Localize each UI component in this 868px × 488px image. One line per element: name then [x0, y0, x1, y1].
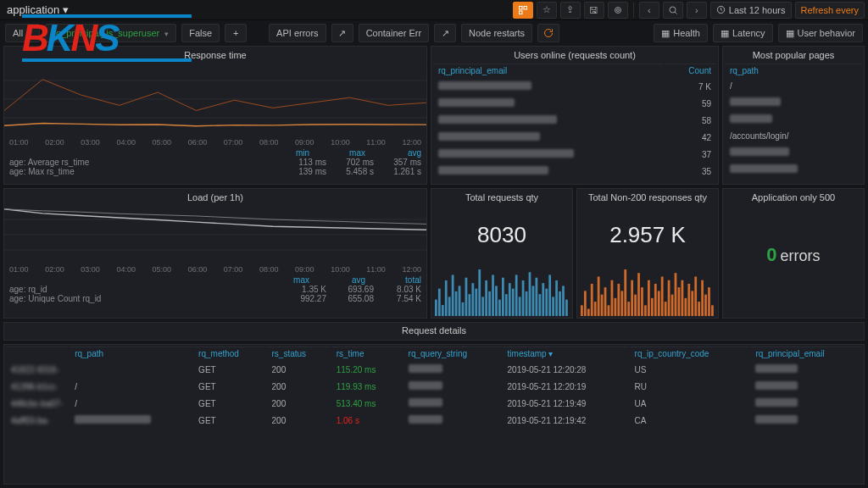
table-row[interactable]: 7 K: [433, 79, 716, 94]
svg-rect-64: [620, 291, 623, 316]
table-row[interactable]: 35: [433, 164, 716, 179]
table-row[interactable]: 41396-b1cc- / GET 200 119.93 ms 2019-05-…: [6, 379, 862, 394]
svg-rect-90: [708, 287, 710, 316]
panel-title: Total Non-200 responses qty: [577, 189, 718, 204]
detail-col[interactable]: rq_method: [193, 347, 264, 360]
refresh-picker[interactable]: Refresh every: [795, 2, 865, 19]
col-count[interactable]: Count: [665, 64, 716, 77]
table-row[interactable]: [725, 162, 862, 177]
zoom-back-button[interactable]: ‹: [639, 2, 659, 19]
panel-title: Load (per 1h): [4, 189, 426, 204]
svg-rect-17: [452, 274, 454, 316]
link-node-restarts[interactable]: Node restarts: [461, 24, 532, 42]
svg-rect-46: [548, 274, 551, 316]
table-row[interactable]: 4aff03-ba- GET 200 1.06 s 2019-05-21 12:…: [6, 413, 862, 428]
svg-rect-53: [584, 291, 587, 316]
table-row[interactable]: /: [725, 79, 862, 93]
svg-rect-55: [591, 284, 593, 316]
svg-rect-66: [627, 302, 630, 316]
detail-col[interactable]: rq_principal_email: [750, 347, 862, 360]
link-node-restarts-icon[interactable]: [537, 24, 559, 42]
svg-rect-86: [694, 276, 697, 316]
svg-rect-20: [462, 302, 465, 316]
svg-rect-33: [505, 294, 508, 316]
svg-rect-36: [515, 274, 518, 316]
table-row[interactable]: 58: [433, 113, 716, 128]
legend-row: age: rq_id1.35 K693.698.03 K: [9, 285, 421, 294]
tab-health[interactable]: ▦ Health: [654, 24, 708, 42]
svg-rect-47: [552, 297, 554, 316]
errors-value: 0errors: [766, 244, 820, 266]
share-button[interactable]: ⇪: [560, 2, 581, 19]
detail-col[interactable]: timestamp ▾: [503, 347, 628, 360]
svg-rect-12: [435, 300, 437, 316]
legend-header: minmaxavg: [9, 148, 421, 158]
zoom-fwd-button[interactable]: ›: [687, 2, 707, 19]
tab-latency[interactable]: ▦ Latency: [713, 24, 773, 42]
svg-rect-73: [651, 298, 654, 316]
svg-rect-50: [562, 286, 565, 316]
panel-non200: Total Non-200 responses qty 2.957 K: [576, 188, 719, 319]
svg-rect-38: [522, 280, 525, 316]
table-row[interactable]: [725, 145, 862, 160]
add-filter-button[interactable]: +: [225, 24, 247, 42]
table-row[interactable]: 41822-8316- GET 200 115.20 ms 2019-05-21…: [6, 362, 862, 377]
filter-false[interactable]: False: [181, 24, 220, 42]
panel-title: Total requests qty: [431, 189, 572, 204]
table-row[interactable]: 37: [433, 147, 716, 162]
settings-button[interactable]: [608, 2, 628, 19]
details-row-header[interactable]: Request details: [3, 322, 865, 341]
detail-col[interactable]: rq_ip_country_code: [630, 347, 749, 360]
non200-bars: [581, 265, 715, 316]
svg-rect-1: [524, 6, 527, 9]
panel-response-time: Response time 01:0002:0003:0004:0005:000…: [3, 46, 427, 185]
svg-rect-14: [442, 305, 444, 316]
time-range-picker[interactable]: Last 12 hours: [710, 2, 792, 19]
svg-rect-23: [471, 283, 474, 316]
svg-rect-22: [469, 294, 471, 316]
svg-rect-62: [615, 298, 617, 316]
svg-rect-25: [478, 269, 481, 316]
star-button[interactable]: ☆: [537, 2, 557, 19]
svg-rect-31: [498, 300, 501, 316]
svg-rect-44: [542, 283, 544, 316]
gear-icon: [613, 5, 623, 15]
zoom-out-button[interactable]: [663, 2, 683, 19]
link-api-errors[interactable]: API errors: [269, 24, 326, 42]
table-row[interactable]: /accounts/login/: [725, 129, 862, 143]
svg-rect-52: [581, 305, 583, 316]
panel-request-details: rq_pathrq_methodrs_statusrs_timerq_query…: [3, 344, 865, 485]
panel-popular-pages: Most popular pages rq_path //accounts/lo…: [722, 46, 865, 185]
table-row[interactable]: 448cbc-ba07- / GET 200 513.40 ms 2019-05…: [6, 396, 862, 411]
detail-col[interactable]: rq_path: [70, 347, 192, 360]
svg-rect-76: [661, 276, 664, 316]
table-row[interactable]: [725, 95, 862, 110]
response-time-chart[interactable]: [4, 62, 426, 138]
svg-rect-75: [658, 291, 660, 316]
svg-rect-82: [682, 280, 684, 316]
svg-rect-87: [698, 302, 700, 316]
svg-rect-79: [671, 295, 674, 316]
panel-app-500: Application only 500 0errors: [722, 188, 865, 319]
svg-point-4: [670, 7, 676, 13]
tab-user-behavior[interactable]: ▦ User behavior: [778, 24, 863, 42]
detail-col[interactable]: rs_time: [331, 347, 402, 360]
table-row[interactable]: 42: [433, 130, 716, 145]
save-button[interactable]: 🖫: [584, 2, 604, 19]
col-email[interactable]: rq_principal_email: [433, 64, 663, 77]
detail-col[interactable]: rs_status: [267, 347, 330, 360]
detail-col[interactable]: rq_query_string: [403, 347, 501, 360]
link-container-err[interactable]: Container Err: [359, 24, 429, 42]
svg-rect-48: [555, 280, 558, 316]
svg-rect-85: [691, 291, 693, 316]
table-row[interactable]: [725, 112, 862, 127]
col-path[interactable]: rq_path: [725, 64, 862, 77]
panel-title: Most popular pages: [723, 47, 864, 62]
add-panel-button[interactable]: [513, 2, 533, 19]
load-chart[interactable]: [4, 204, 426, 265]
link-container-err-icon[interactable]: ↗: [434, 24, 456, 42]
link-api-errors-icon[interactable]: ↗: [331, 24, 353, 42]
svg-rect-70: [641, 287, 643, 316]
svg-rect-74: [654, 284, 657, 316]
table-row[interactable]: 59: [433, 96, 716, 111]
